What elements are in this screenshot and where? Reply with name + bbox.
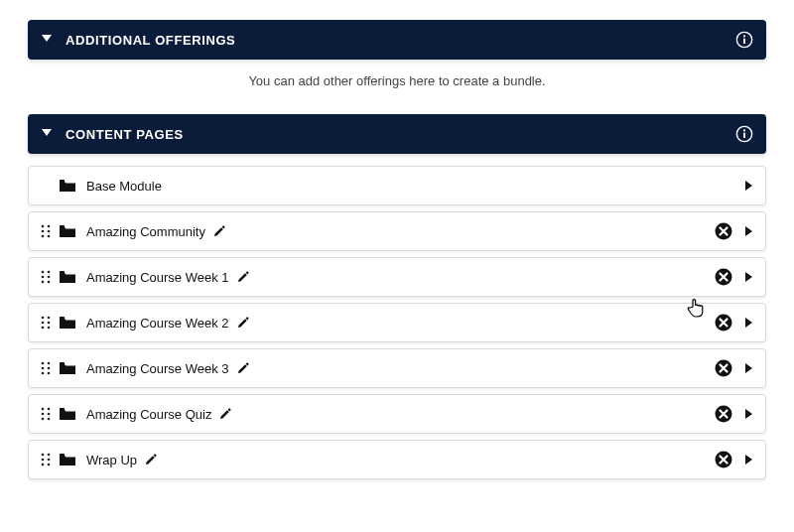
svg-point-56: [42, 418, 45, 421]
expand-icon[interactable]: [743, 226, 755, 236]
additional-offerings-header[interactable]: ADDITIONAL OFFERINGS: [28, 20, 766, 60]
content-page-label: Amazing Course Quiz: [86, 407, 211, 422]
row-actions: [714, 441, 755, 478]
content-page-row[interactable]: Amazing Community: [28, 211, 766, 251]
svg-marker-69: [745, 455, 752, 465]
content-pages-header[interactable]: CONTENT PAGES: [28, 114, 766, 154]
folder-icon: [59, 407, 76, 421]
svg-point-62: [48, 454, 51, 457]
content-page-row[interactable]: Wrap Up: [28, 440, 766, 479]
svg-rect-31: [60, 271, 65, 274]
svg-point-55: [48, 413, 51, 416]
edit-icon[interactable]: [145, 454, 157, 466]
svg-point-57: [48, 418, 51, 421]
svg-point-61: [42, 454, 45, 457]
info-icon[interactable]: [734, 30, 754, 50]
delete-icon[interactable]: [714, 221, 733, 241]
info-icon[interactable]: [734, 124, 754, 144]
delete-icon[interactable]: [714, 267, 733, 287]
content-page-row[interactable]: Amazing Course Week 1: [28, 257, 766, 297]
expand-icon[interactable]: [743, 272, 755, 282]
expand-icon[interactable]: [743, 363, 755, 373]
folder-icon: [59, 179, 76, 193]
row-actions: [714, 395, 755, 433]
content-page-label: Amazing Course Week 3: [86, 361, 229, 376]
svg-rect-58: [60, 408, 65, 411]
svg-marker-0: [42, 35, 52, 42]
content-page-label: Wrap Up: [86, 453, 137, 467]
content-page-row[interactable]: Amazing Course Week 3: [28, 348, 766, 388]
svg-point-28: [48, 276, 51, 279]
row-actions: [743, 167, 755, 204]
expand-icon[interactable]: [743, 318, 755, 328]
svg-point-37: [48, 322, 51, 325]
svg-point-43: [42, 362, 45, 365]
svg-marker-51: [745, 363, 752, 373]
delete-icon[interactable]: [714, 404, 733, 424]
delete-icon[interactable]: [714, 450, 733, 469]
drag-handle-icon[interactable]: [39, 407, 53, 421]
folder-icon: [59, 453, 76, 466]
folder-icon: [59, 316, 76, 330]
edit-icon[interactable]: [237, 271, 249, 283]
svg-point-29: [42, 281, 45, 284]
content-pages-title: CONTENT PAGES: [66, 127, 184, 142]
content-page-row[interactable]: Amazing Course Week 2: [28, 303, 766, 342]
svg-point-17: [48, 225, 51, 228]
svg-point-66: [48, 464, 51, 466]
expand-icon[interactable]: [743, 409, 755, 419]
svg-point-63: [42, 459, 45, 462]
svg-marker-60: [745, 409, 752, 419]
drag-handle-icon[interactable]: [39, 453, 53, 466]
content-page-label: Amazing Course Week 2: [86, 316, 229, 331]
content-page-label: Amazing Community: [86, 224, 205, 239]
edit-icon[interactable]: [237, 362, 249, 374]
content-page-row[interactable]: Base Module: [28, 166, 766, 205]
svg-rect-7: [743, 133, 745, 138]
expand-icon[interactable]: [743, 181, 755, 191]
drag-handle-icon[interactable]: [39, 270, 53, 284]
edit-icon[interactable]: [237, 317, 249, 329]
row-actions: [714, 304, 755, 341]
svg-point-16: [42, 225, 45, 228]
additional-offerings-subtext: You can add other offerings here to crea…: [28, 60, 766, 114]
svg-point-44: [48, 362, 51, 365]
svg-point-52: [42, 408, 45, 411]
svg-point-30: [48, 281, 51, 284]
drag-handle-icon[interactable]: [39, 361, 53, 375]
drag-handle-icon[interactable]: [39, 224, 53, 238]
svg-point-25: [42, 271, 45, 274]
svg-point-39: [48, 327, 51, 330]
svg-point-21: [48, 235, 51, 238]
svg-point-2: [743, 35, 745, 37]
drag-handle-icon[interactable]: [39, 316, 53, 330]
row-actions: [714, 258, 755, 296]
svg-point-48: [48, 372, 51, 375]
edit-icon[interactable]: [213, 225, 225, 237]
edit-icon[interactable]: [219, 408, 231, 420]
delete-icon[interactable]: [714, 313, 733, 332]
svg-rect-22: [60, 225, 65, 228]
content-pages-list: Base ModuleAmazing CommunityAmazing Cour…: [28, 166, 766, 479]
folder-icon: [59, 361, 76, 375]
svg-point-18: [42, 230, 45, 233]
additional-offerings-title: ADDITIONAL OFFERINGS: [66, 33, 235, 48]
svg-point-38: [42, 327, 45, 330]
svg-point-46: [48, 367, 51, 370]
svg-point-35: [48, 317, 51, 320]
svg-marker-33: [745, 272, 752, 282]
expand-icon[interactable]: [743, 455, 755, 465]
svg-point-45: [42, 367, 45, 370]
delete-icon[interactable]: [714, 358, 733, 378]
svg-point-54: [42, 413, 45, 416]
svg-rect-49: [60, 362, 65, 365]
svg-point-65: [42, 464, 45, 466]
collapse-icon: [42, 35, 52, 45]
content-page-row[interactable]: Amazing Course Quiz: [28, 394, 766, 434]
svg-marker-42: [745, 318, 752, 328]
folder-icon: [59, 224, 76, 238]
svg-point-6: [743, 129, 745, 131]
svg-rect-67: [60, 454, 65, 457]
collapse-icon: [42, 129, 52, 139]
svg-point-47: [42, 372, 45, 375]
